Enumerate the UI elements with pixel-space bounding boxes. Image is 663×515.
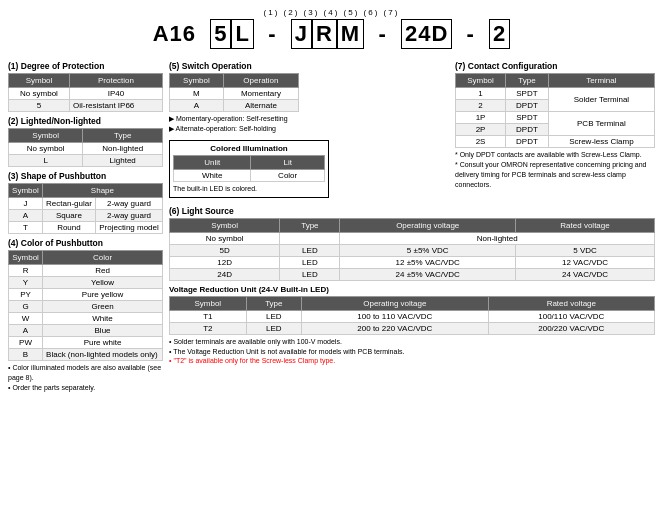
light-source-title: (6) Light Source bbox=[169, 206, 655, 216]
voltage-reduction-title: Voltage Reduction Unit (24-V Built-in LE… bbox=[169, 285, 655, 294]
contact-header-type: Type bbox=[506, 74, 549, 88]
shape-j-symbol: J bbox=[9, 198, 43, 210]
vr-note-1: • Solder terminals are available only wi… bbox=[169, 337, 655, 347]
protection-row1-value: IP40 bbox=[69, 88, 162, 100]
colored-illum-lit-value: Color bbox=[251, 169, 325, 181]
code-box-4: R bbox=[312, 19, 337, 49]
shape-a-shape: Square bbox=[42, 210, 95, 222]
table-row: RRed bbox=[9, 265, 163, 277]
code-box-3: J bbox=[291, 19, 312, 49]
contact-header-terminal: Terminal bbox=[548, 74, 654, 88]
contact-note-2: * Consult your OMRON representative conc… bbox=[455, 160, 655, 189]
vr-header-symbol: Symbol bbox=[170, 296, 247, 310]
color-header-color: Color bbox=[43, 251, 163, 265]
right-bottom: (6) Light Source Symbol Type Operating v… bbox=[169, 202, 655, 366]
table-row: A Square 2-way guard bbox=[9, 210, 163, 222]
table-row: 12D LED 12 ±5% VAC/VDC 12 VAC/VDC bbox=[170, 256, 655, 268]
lighted-row1-type: Non-lighted bbox=[83, 143, 163, 155]
model-code: A16 5L - JRM - 24D - 2 bbox=[8, 19, 655, 49]
shape-a-guard: 2-way guard bbox=[96, 210, 163, 222]
main-layout: (1) Degree of Protection Symbol Protecti… bbox=[8, 57, 655, 392]
code-prefix: A16 bbox=[153, 21, 196, 46]
table-row: No symbol Non-lighted bbox=[170, 232, 655, 244]
ls-header-type: Type bbox=[280, 218, 340, 232]
voltage-reduction-table: Symbol Type Operating voltage Rated volt… bbox=[169, 296, 655, 335]
table-row: 1PSPDT PCB Terminal bbox=[456, 112, 655, 124]
protection-header-symbol: Symbol bbox=[9, 74, 70, 88]
protection-header-protection: Protection bbox=[69, 74, 162, 88]
contact-note-1: * Only DPDT contacts are available with … bbox=[455, 150, 655, 160]
switch-note-1: ▶ Momentary-operation: Self-resetting bbox=[169, 114, 449, 124]
vr-header-type: Type bbox=[246, 296, 301, 310]
contact-config-notes: * Only DPDT contacts are available with … bbox=[455, 150, 655, 189]
table-row: No symbol IP40 bbox=[9, 88, 163, 100]
table-row: 1SPDT Solder Terminal bbox=[456, 88, 655, 100]
light-source-area: (6) Light Source Symbol Type Operating v… bbox=[169, 202, 655, 366]
vr-note-3: • "T2" is available only for the Screw-l… bbox=[169, 356, 655, 366]
vr-note-2: • The Voltage Reduction Unit is not avai… bbox=[169, 347, 655, 357]
vr-header-rated: Rated voltage bbox=[488, 296, 654, 310]
colored-illum-header-unlit: Unlit bbox=[174, 155, 251, 169]
colored-illum-note: The built-in LED is colored. bbox=[173, 184, 325, 194]
shape-header-symbol: Symbol bbox=[9, 184, 43, 198]
light-source-table: Symbol Type Operating voltage Rated volt… bbox=[169, 218, 655, 281]
switch-header-operation: Operation bbox=[223, 74, 298, 88]
contact-config-table: Symbol Type Terminal 1SPDT Solder Termin… bbox=[455, 73, 655, 148]
table-row: 5 Oil-resistant IP66 bbox=[9, 100, 163, 112]
shape-title: (3) Shape of Pushbutton bbox=[8, 171, 163, 181]
pcb-terminal-cell: PCB Terminal bbox=[548, 112, 654, 136]
lighted-row1-symbol: No symbol bbox=[9, 143, 83, 155]
color-header-symbol: Symbol bbox=[9, 251, 43, 265]
colored-illum-unlit-value: White bbox=[174, 169, 251, 181]
switch-note-2: ▶ Alternate-operation: Self-holding bbox=[169, 124, 449, 134]
model-code-area: (1) (2) (3) (4) (5) (6) (7) A16 5L - JRM… bbox=[8, 8, 655, 49]
ls-header-symbol: Symbol bbox=[170, 218, 280, 232]
shape-t-shape: Round bbox=[42, 222, 95, 234]
table-row: AAlternate bbox=[170, 100, 299, 112]
protection-row1-symbol: No symbol bbox=[9, 88, 70, 100]
shape-j-shape: Rectan-gular bbox=[42, 198, 95, 210]
lighted-header-symbol: Symbol bbox=[9, 129, 83, 143]
model-numbers: (1) (2) (3) (4) (5) (6) (7) bbox=[8, 8, 655, 17]
shape-a-symbol: A bbox=[9, 210, 43, 222]
table-row: 5D LED 5 ±5% VDC 5 VDC bbox=[170, 244, 655, 256]
code-box-5: M bbox=[337, 19, 364, 49]
color-note-2: • Order the parts separately. bbox=[8, 383, 163, 393]
protection-row2-symbol: 5 bbox=[9, 100, 70, 112]
table-row: J Rectan-gular 2-way guard bbox=[9, 198, 163, 210]
shape-t-guard: Projecting model bbox=[96, 222, 163, 234]
table-row: GGreen bbox=[9, 301, 163, 313]
lighted-row2-type: Lighted bbox=[83, 155, 163, 167]
vr-header-operating: Operating voltage bbox=[302, 296, 489, 310]
table-row: 24D LED 24 ±5% VAC/VDC 24 VAC/VDC bbox=[170, 268, 655, 280]
protection-row2-value: Oil-resistant IP66 bbox=[69, 100, 162, 112]
table-row: YYellow bbox=[9, 277, 163, 289]
colored-illum-title: Colored Illumination bbox=[173, 144, 325, 153]
colored-illumination-box: Colored Illumination Unlit Lit White Col… bbox=[169, 140, 329, 198]
lighted-header-type: Type bbox=[83, 129, 163, 143]
code-box-6: 24D bbox=[401, 19, 452, 49]
contact-config-title: (7) Contact Configuration bbox=[455, 61, 655, 71]
switch-header-symbol: Symbol bbox=[170, 74, 224, 88]
protection-title: (1) Degree of Protection bbox=[8, 61, 163, 71]
table-row: WWhite bbox=[9, 313, 163, 325]
table-row: PWPure white bbox=[9, 337, 163, 349]
switch-notes: ▶ Momentary-operation: Self-resetting ▶ … bbox=[169, 114, 449, 134]
color-table: Symbol Color RRed YYellow PYPure yellow … bbox=[8, 250, 163, 361]
table-row: PYPure yellow bbox=[9, 289, 163, 301]
table-row: White Color bbox=[174, 169, 325, 181]
shape-header-shape: Shape bbox=[42, 184, 162, 198]
ls-header-operating: Operating voltage bbox=[340, 218, 516, 232]
left-column: (1) Degree of Protection Symbol Protecti… bbox=[8, 57, 163, 392]
table-row: L Lighted bbox=[9, 155, 163, 167]
contact-header-symbol: Symbol bbox=[456, 74, 506, 88]
shape-j-guard: 2-way guard bbox=[96, 198, 163, 210]
lighted-table: Symbol Type No symbol Non-lighted L Ligh… bbox=[8, 128, 163, 167]
code-box-1: 5 bbox=[210, 19, 231, 49]
shape-t-symbol: T bbox=[9, 222, 43, 234]
lighted-title: (2) Lighted/Non-lighted bbox=[8, 116, 163, 126]
table-row: ABlue bbox=[9, 325, 163, 337]
screwless-terminal-cell: Screw-less Clamp bbox=[548, 136, 654, 148]
ls-header-rated: Rated voltage bbox=[516, 218, 655, 232]
color-title: (4) Color of Pushbutton bbox=[8, 238, 163, 248]
